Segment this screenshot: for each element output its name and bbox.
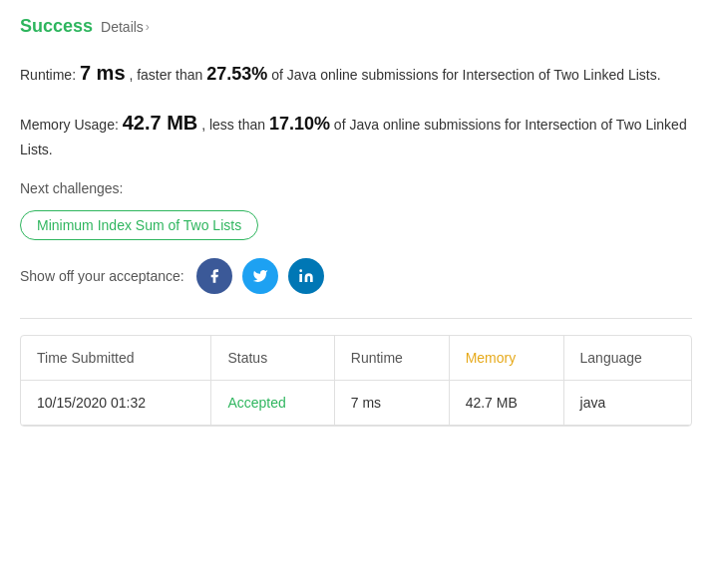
twitter-icon xyxy=(252,268,268,284)
memory-connector: , less than xyxy=(201,117,265,133)
challenge-tag[interactable]: Minimum Index Sum of Two Lists xyxy=(20,210,258,240)
social-icons xyxy=(196,258,324,294)
runtime-percentage: 27.53% xyxy=(206,64,267,84)
linkedin-icon xyxy=(298,268,314,284)
twitter-button[interactable] xyxy=(242,258,278,294)
runtime-suffix: of Java online submissions for Intersect… xyxy=(271,67,660,83)
result-header: Success Details › xyxy=(20,16,692,37)
memory-section: Memory Usage: 42.7 MB , less than 17.10%… xyxy=(20,107,692,160)
status-cell: Accepted xyxy=(211,381,334,426)
memory-value: 42.7 MB xyxy=(123,112,198,134)
runtime-value: 7 ms xyxy=(80,62,126,84)
svg-point-0 xyxy=(299,270,302,273)
memory-prefix: Memory Usage: xyxy=(20,117,119,133)
table-header-row: Time Submitted Status Runtime Memory Lan… xyxy=(21,336,691,381)
facebook-icon xyxy=(206,268,222,284)
runtime-header: Runtime xyxy=(334,336,449,381)
details-label: Details xyxy=(101,19,144,35)
linkedin-button[interactable] xyxy=(288,258,324,294)
memory-cell: 42.7 MB xyxy=(449,381,563,426)
details-link[interactable]: Details › xyxy=(101,19,150,35)
next-challenges-label: Next challenges: xyxy=(20,180,692,196)
time-submitted-header: Time Submitted xyxy=(21,336,211,381)
chevron-icon: › xyxy=(146,20,150,34)
runtime-prefix: Runtime: xyxy=(20,67,76,83)
submissions-table-wrapper: Time Submitted Status Runtime Memory Lan… xyxy=(20,335,692,427)
table-row: 10/15/2020 01:32Accepted7 ms42.7 MBjava xyxy=(21,381,691,426)
share-row: Show off your acceptance: xyxy=(20,258,692,294)
share-label: Show off your acceptance: xyxy=(20,268,184,284)
runtime-cell: 7 ms xyxy=(334,381,449,426)
facebook-button[interactable] xyxy=(196,258,232,294)
time-submitted-cell: 10/15/2020 01:32 xyxy=(21,381,211,426)
language-cell: java xyxy=(563,381,691,426)
submissions-table: Time Submitted Status Runtime Memory Lan… xyxy=(21,336,691,426)
status-header: Status xyxy=(211,336,334,381)
success-label: Success xyxy=(20,16,93,37)
section-divider xyxy=(20,318,692,319)
language-header: Language xyxy=(563,336,691,381)
memory-suffix: of Java online submissions for Intersect… xyxy=(20,117,687,157)
memory-percentage: 17.10% xyxy=(269,114,330,134)
runtime-section: Runtime: 7 ms , faster than 27.53% of Ja… xyxy=(20,57,692,89)
memory-header: Memory xyxy=(449,336,563,381)
runtime-connector: , faster than xyxy=(129,67,202,83)
